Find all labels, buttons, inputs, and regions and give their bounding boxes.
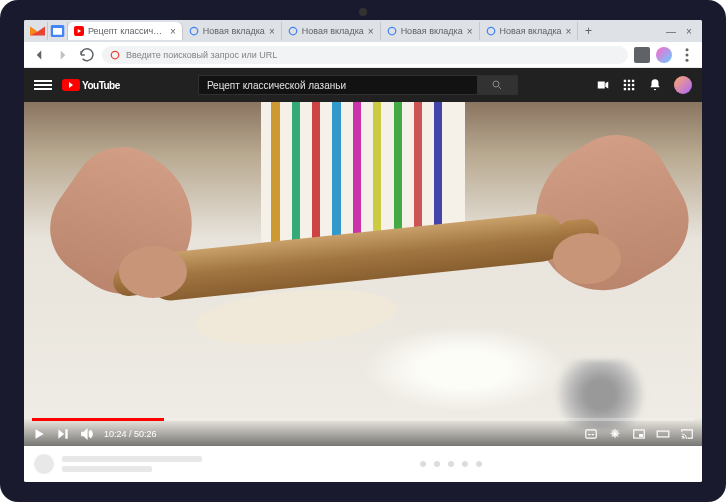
minimize-button[interactable]: — [664,24,678,38]
browser-menu-button[interactable] [678,46,696,64]
tab-title: Новая вкладка [500,26,562,36]
progress-fill [32,418,164,421]
svg-point-10 [686,58,689,61]
apps-button[interactable] [622,78,636,92]
google-icon [387,26,397,36]
next-icon [56,427,70,441]
gmail-icon [28,22,47,40]
miniplayer-button[interactable] [632,427,646,441]
tablet-frame: Рецепт классической лазаньи × Новая вкла… [0,0,726,502]
arrow-left-icon [30,46,48,64]
tab-title: Новая вкладка [302,26,364,36]
svg-rect-18 [624,88,626,90]
calendar-icon [48,22,67,40]
svg-point-7 [111,51,119,59]
google-g-icon [110,50,120,60]
svg-rect-12 [624,80,626,82]
tab-title: Рецепт классической лазаньи [88,26,166,36]
theater-button[interactable] [656,427,670,441]
extension-icon[interactable] [634,47,650,63]
subtitles-icon [584,427,598,441]
back-button[interactable] [30,46,48,64]
player-controls: 10:24 / 50:26 [24,418,702,446]
tab-close-icon[interactable]: × [467,26,473,37]
next-button[interactable] [56,427,70,441]
close-window-button[interactable]: × [682,24,696,38]
svg-point-3 [190,27,198,35]
svg-rect-20 [632,88,634,90]
video-frame [24,102,702,446]
play-icon [32,427,46,441]
tab-item[interactable]: Новая вкладка × [480,22,579,40]
tab-item[interactable]: Новая вкладка × [282,22,381,40]
cast-button[interactable] [680,427,694,441]
svg-rect-14 [632,80,634,82]
progress-bar[interactable] [32,418,694,421]
arrow-right-icon [54,46,72,64]
tab-close-icon[interactable]: × [566,26,572,37]
subtitles-button[interactable] [584,427,598,441]
tab-close-icon[interactable]: × [269,26,275,37]
youtube-logo[interactable]: YouTube [62,79,120,91]
youtube-play-icon [62,79,80,91]
volume-icon [80,427,94,441]
search-icon [491,79,503,91]
video-player[interactable]: 10:24 / 50:26 [24,102,702,446]
volume-button[interactable] [80,427,94,441]
tab-close-icon[interactable]: × [368,26,374,37]
youtube-profile-avatar[interactable] [674,76,692,94]
video-meta-skeleton [24,446,702,482]
svg-rect-1 [53,28,62,35]
svg-rect-24 [639,434,643,437]
svg-point-9 [686,53,689,56]
time-display: 10:24 / 50:26 [104,429,157,439]
reload-icon [78,46,96,64]
screen: Рецепт классической лазаньи × Новая вкла… [24,20,702,482]
omnibox-placeholder: Введите поисковый запрос или URL [126,50,277,60]
svg-rect-21 [586,429,597,437]
cast-icon [680,427,694,441]
svg-point-6 [487,27,495,35]
svg-rect-16 [628,84,630,86]
new-tab-button[interactable]: + [578,22,598,40]
search-input[interactable] [198,75,478,95]
svg-rect-25 [657,431,669,437]
youtube-icon [74,26,84,36]
create-button[interactable] [596,78,610,92]
svg-point-11 [493,81,499,87]
notifications-button[interactable] [648,78,662,92]
tab-item[interactable]: Новая вкладка × [381,22,480,40]
search-button[interactable] [478,75,518,95]
settings-button[interactable] [608,427,622,441]
reload-button[interactable] [78,46,96,64]
google-icon [189,26,199,36]
play-button[interactable] [32,427,46,441]
kebab-icon [678,46,696,64]
tablet-camera [359,8,367,16]
tab-item[interactable]: Новая вкладка × [183,22,282,40]
pinned-tab-gmail[interactable] [28,22,48,40]
svg-point-5 [388,27,396,35]
address-bar[interactable]: Введите поисковый запрос или URL [102,46,628,64]
bell-icon [648,78,662,92]
tab-close-icon[interactable]: × [170,26,176,37]
tab-active[interactable]: Рецепт классической лазаньи × [68,22,183,40]
miniplayer-icon [632,427,646,441]
svg-point-8 [686,48,689,51]
svg-rect-19 [628,88,630,90]
apps-grid-icon [622,78,636,92]
browser-toolbar: Введите поисковый запрос или URL [24,42,702,68]
google-icon [486,26,496,36]
youtube-search [198,75,518,95]
youtube-logo-text: YouTube [82,80,120,91]
pinned-tab-calendar[interactable] [48,22,68,40]
loading-dots [420,461,482,467]
svg-point-4 [289,27,297,35]
forward-button[interactable] [54,46,72,64]
hamburger-menu-button[interactable] [34,80,52,90]
svg-point-26 [682,437,683,438]
skeleton-avatar [34,454,54,474]
google-icon [288,26,298,36]
browser-profile-avatar[interactable] [656,47,672,63]
youtube-header: YouTube [24,68,702,102]
